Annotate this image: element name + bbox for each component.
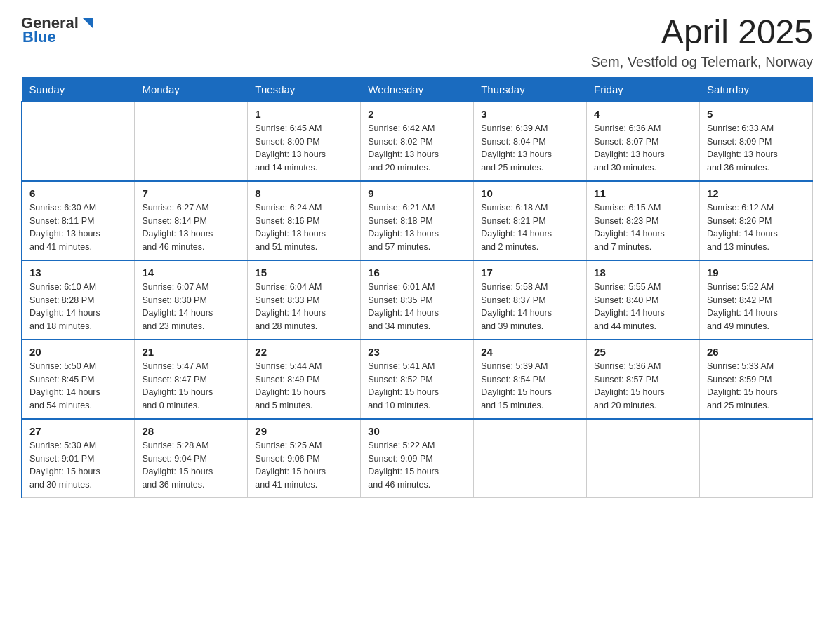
calendar-cell: 30Sunrise: 5:22 AM Sunset: 9:09 PM Dayli… (361, 419, 474, 498)
day-info: Sunrise: 5:47 AM Sunset: 8:47 PM Dayligh… (142, 360, 240, 412)
calendar-cell: 17Sunrise: 5:58 AM Sunset: 8:37 PM Dayli… (474, 260, 587, 340)
day-number: 9 (368, 187, 466, 199)
day-info: Sunrise: 6:15 AM Sunset: 8:23 PM Dayligh… (594, 201, 692, 254)
day-number: 16 (368, 267, 466, 279)
calendar-cell: 14Sunrise: 6:07 AM Sunset: 8:30 PM Dayli… (135, 260, 248, 340)
weekday-header-wednesday: Wednesday (361, 77, 474, 102)
day-info: Sunrise: 5:50 AM Sunset: 8:45 PM Dayligh… (29, 360, 127, 412)
calendar-week-row: 13Sunrise: 6:10 AM Sunset: 8:28 PM Dayli… (22, 260, 813, 340)
header: General Blue April 2025 Sem, Vestfold og… (21, 14, 813, 70)
day-number: 26 (707, 346, 805, 358)
day-info: Sunrise: 5:22 AM Sunset: 9:09 PM Dayligh… (368, 439, 466, 492)
day-number: 22 (255, 346, 353, 358)
day-number: 27 (29, 425, 127, 437)
day-number: 5 (707, 108, 805, 120)
day-info: Sunrise: 6:30 AM Sunset: 8:11 PM Dayligh… (29, 201, 127, 254)
day-info: Sunrise: 5:55 AM Sunset: 8:40 PM Dayligh… (594, 281, 692, 333)
weekday-header-saturday: Saturday (700, 77, 813, 102)
weekday-header-row: SundayMondayTuesdayWednesdayThursdayFrid… (22, 77, 813, 102)
calendar-cell: 15Sunrise: 6:04 AM Sunset: 8:33 PM Dayli… (248, 260, 361, 340)
day-info: Sunrise: 6:33 AM Sunset: 8:09 PM Dayligh… (707, 122, 805, 175)
calendar-cell: 21Sunrise: 5:47 AM Sunset: 8:47 PM Dayli… (135, 340, 248, 419)
day-number: 12 (707, 187, 805, 199)
logo-blue-text: Blue (22, 28, 56, 46)
calendar-cell: 16Sunrise: 6:01 AM Sunset: 8:35 PM Dayli… (361, 260, 474, 340)
day-number: 24 (481, 346, 579, 358)
calendar-cell: 2Sunrise: 6:42 AM Sunset: 8:02 PM Daylig… (361, 102, 474, 181)
day-info: Sunrise: 6:27 AM Sunset: 8:14 PM Dayligh… (142, 201, 240, 254)
day-info: Sunrise: 6:07 AM Sunset: 8:30 PM Dayligh… (142, 281, 240, 333)
day-info: Sunrise: 6:04 AM Sunset: 8:33 PM Dayligh… (255, 281, 353, 333)
day-number: 1 (255, 108, 353, 120)
day-info: Sunrise: 5:39 AM Sunset: 8:54 PM Dayligh… (481, 360, 579, 412)
calendar-cell (587, 419, 700, 498)
calendar-subtitle: Sem, Vestfold og Telemark, Norway (591, 54, 813, 70)
calendar-cell: 8Sunrise: 6:24 AM Sunset: 8:16 PM Daylig… (248, 181, 361, 260)
day-info: Sunrise: 6:18 AM Sunset: 8:21 PM Dayligh… (481, 201, 579, 254)
calendar-week-row: 1Sunrise: 6:45 AM Sunset: 8:00 PM Daylig… (22, 102, 813, 181)
weekday-header-monday: Monday (135, 77, 248, 102)
weekday-header-friday: Friday (587, 77, 700, 102)
day-info: Sunrise: 6:01 AM Sunset: 8:35 PM Dayligh… (368, 281, 466, 333)
day-number: 25 (594, 346, 692, 358)
day-info: Sunrise: 5:30 AM Sunset: 9:01 PM Dayligh… (29, 439, 127, 492)
title-section: April 2025 Sem, Vestfold og Telemark, No… (591, 14, 813, 70)
calendar-cell (700, 419, 813, 498)
day-info: Sunrise: 5:25 AM Sunset: 9:06 PM Dayligh… (255, 439, 353, 492)
calendar-cell: 19Sunrise: 5:52 AM Sunset: 8:42 PM Dayli… (700, 260, 813, 340)
day-number: 13 (29, 267, 127, 279)
day-number: 10 (481, 187, 579, 199)
calendar-cell: 29Sunrise: 5:25 AM Sunset: 9:06 PM Dayli… (248, 419, 361, 498)
day-info: Sunrise: 6:39 AM Sunset: 8:04 PM Dayligh… (481, 122, 579, 175)
calendar-cell: 22Sunrise: 5:44 AM Sunset: 8:49 PM Dayli… (248, 340, 361, 419)
day-number: 14 (142, 267, 240, 279)
day-number: 15 (255, 267, 353, 279)
calendar-week-row: 27Sunrise: 5:30 AM Sunset: 9:01 PM Dayli… (22, 419, 813, 498)
day-number: 19 (707, 267, 805, 279)
calendar-cell: 20Sunrise: 5:50 AM Sunset: 8:45 PM Dayli… (22, 340, 135, 419)
day-info: Sunrise: 6:42 AM Sunset: 8:02 PM Dayligh… (368, 122, 466, 175)
calendar-cell (474, 419, 587, 498)
day-number: 2 (368, 108, 466, 120)
day-number: 17 (481, 267, 579, 279)
calendar-cell: 13Sunrise: 6:10 AM Sunset: 8:28 PM Dayli… (22, 260, 135, 340)
day-number: 3 (481, 108, 579, 120)
day-number: 30 (368, 425, 466, 437)
calendar-cell (22, 102, 135, 181)
calendar-cell: 7Sunrise: 6:27 AM Sunset: 8:14 PM Daylig… (135, 181, 248, 260)
calendar-table: SundayMondayTuesdayWednesdayThursdayFrid… (21, 77, 813, 498)
calendar-cell: 1Sunrise: 6:45 AM Sunset: 8:00 PM Daylig… (248, 102, 361, 181)
calendar-cell: 10Sunrise: 6:18 AM Sunset: 8:21 PM Dayli… (474, 181, 587, 260)
calendar-week-row: 6Sunrise: 6:30 AM Sunset: 8:11 PM Daylig… (22, 181, 813, 260)
calendar-cell: 5Sunrise: 6:33 AM Sunset: 8:09 PM Daylig… (700, 102, 813, 181)
logo: General Blue (21, 14, 95, 46)
day-info: Sunrise: 5:28 AM Sunset: 9:04 PM Dayligh… (142, 439, 240, 492)
day-info: Sunrise: 5:36 AM Sunset: 8:57 PM Dayligh… (594, 360, 692, 412)
calendar-cell: 26Sunrise: 5:33 AM Sunset: 8:59 PM Dayli… (700, 340, 813, 419)
day-number: 29 (255, 425, 353, 437)
calendar-cell: 6Sunrise: 6:30 AM Sunset: 8:11 PM Daylig… (22, 181, 135, 260)
day-number: 11 (594, 187, 692, 199)
day-number: 8 (255, 187, 353, 199)
day-info: Sunrise: 5:33 AM Sunset: 8:59 PM Dayligh… (707, 360, 805, 412)
calendar-cell: 3Sunrise: 6:39 AM Sunset: 8:04 PM Daylig… (474, 102, 587, 181)
day-number: 21 (142, 346, 240, 358)
calendar-week-row: 20Sunrise: 5:50 AM Sunset: 8:45 PM Dayli… (22, 340, 813, 419)
day-number: 6 (29, 187, 127, 199)
day-info: Sunrise: 5:52 AM Sunset: 8:42 PM Dayligh… (707, 281, 805, 333)
calendar-title: April 2025 (591, 14, 813, 51)
day-info: Sunrise: 6:21 AM Sunset: 8:18 PM Dayligh… (368, 201, 466, 254)
calendar-cell: 25Sunrise: 5:36 AM Sunset: 8:57 PM Dayli… (587, 340, 700, 419)
calendar-cell: 11Sunrise: 6:15 AM Sunset: 8:23 PM Dayli… (587, 181, 700, 260)
day-info: Sunrise: 6:36 AM Sunset: 8:07 PM Dayligh… (594, 122, 692, 175)
calendar-cell (135, 102, 248, 181)
day-info: Sunrise: 6:24 AM Sunset: 8:16 PM Dayligh… (255, 201, 353, 254)
day-number: 18 (594, 267, 692, 279)
calendar-cell: 28Sunrise: 5:28 AM Sunset: 9:04 PM Dayli… (135, 419, 248, 498)
day-info: Sunrise: 5:41 AM Sunset: 8:52 PM Dayligh… (368, 360, 466, 412)
svg-marker-0 (83, 18, 93, 28)
weekday-header-thursday: Thursday (474, 77, 587, 102)
day-info: Sunrise: 5:44 AM Sunset: 8:49 PM Dayligh… (255, 360, 353, 412)
calendar-cell: 12Sunrise: 6:12 AM Sunset: 8:26 PM Dayli… (700, 181, 813, 260)
day-info: Sunrise: 6:45 AM Sunset: 8:00 PM Dayligh… (255, 122, 353, 175)
